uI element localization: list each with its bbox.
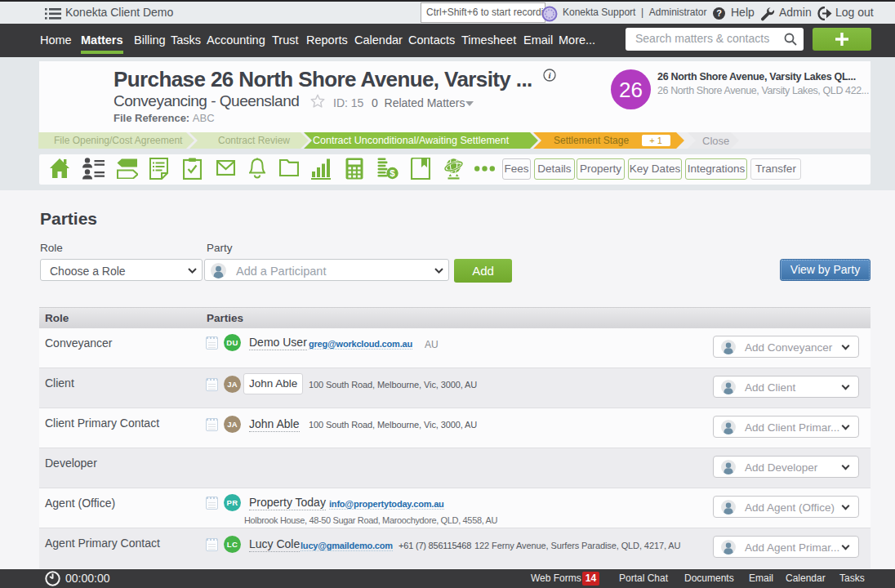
svg-text:?: ?: [716, 8, 722, 18]
svg-text:i: i: [548, 70, 551, 80]
svg-text:Close: Close: [702, 135, 729, 147]
svg-text:Contract Unconditional/Awaitin: Contract Unconditional/Awaiting Settleme…: [313, 135, 510, 146]
svg-text:+ 1: + 1: [649, 136, 662, 145]
svg-text:Contract Review: Contract Review: [218, 135, 290, 146]
svg-text:Settlement Stage: Settlement Stage: [554, 135, 629, 146]
svg-text:File Opening/Cost Agreement: File Opening/Cost Agreement: [54, 135, 183, 146]
svg-text:$: $: [390, 168, 395, 178]
